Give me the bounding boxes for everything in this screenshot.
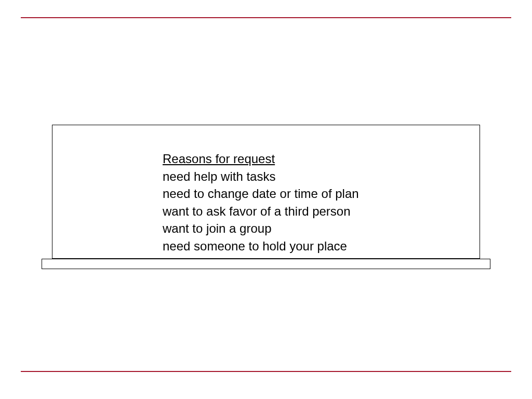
content-box: Reasons for request need help with tasks… [52,125,480,259]
content-line: need someone to hold your place [163,237,480,255]
content-line: need to change date or time of plan [163,185,480,203]
content-heading: Reasons for request [163,150,480,168]
content-line: need help with tasks [163,168,480,185]
content-line: want to join a group [163,220,480,237]
top-rule [21,17,511,18]
content-line: want to ask favor of a third person [163,203,480,220]
base-bar [42,259,490,269]
bottom-rule [21,371,511,372]
